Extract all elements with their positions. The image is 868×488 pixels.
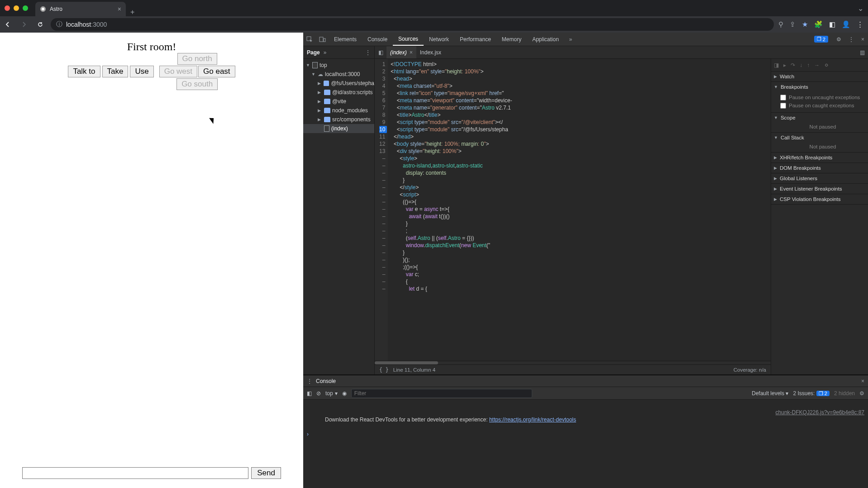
checkbox-uncaught-exceptions[interactable]: Pause on uncaught exceptions <box>780 93 865 101</box>
console-sidebar-icon[interactable]: ◧ <box>307 390 312 397</box>
context-selector[interactable]: top▾ <box>325 390 338 397</box>
pretty-print-button[interactable]: { } <box>379 367 389 373</box>
close-icon[interactable]: × <box>410 49 413 56</box>
section-watch[interactable]: ▶Watch <box>771 72 868 81</box>
tab-performance[interactable]: Performance <box>454 33 496 46</box>
section-csp[interactable]: ▶CSP Violation Breakpoints <box>771 194 868 204</box>
horizontal-scrollbar[interactable] <box>375 361 771 364</box>
bookmark-star-icon[interactable]: ★ <box>802 20 808 29</box>
navigator-page-tab[interactable]: Page <box>307 49 320 56</box>
step-into-icon[interactable]: ↓ <box>800 62 802 68</box>
console-settings-icon[interactable]: ⚙ <box>859 390 864 397</box>
react-devtools-link[interactable]: https://reactjs.org/link/react-devtools <box>489 416 576 423</box>
log-levels-selector[interactable]: Default levels ▾ <box>752 390 788 397</box>
live-expression-icon[interactable]: ◉ <box>342 390 347 397</box>
close-console-icon[interactable]: × <box>861 378 864 384</box>
inspect-element-icon[interactable] <box>303 36 316 43</box>
file-icon <box>324 125 329 132</box>
navigator-menu-icon[interactable]: ⋮ <box>365 49 371 56</box>
tree-folder-fs[interactable]: ▶@fs/Users/stepha <box>303 79 374 88</box>
open-file-icon[interactable]: ▥ <box>856 49 868 56</box>
profile-icon[interactable]: 👤 <box>842 20 850 29</box>
close-icon[interactable]: × <box>118 5 121 13</box>
section-dom[interactable]: ▶DOM Breakpoints <box>771 163 868 173</box>
chevron-down-icon[interactable]: ⌄ <box>858 4 863 13</box>
tab-elements[interactable]: Elements <box>329 33 362 46</box>
section-breakpoints[interactable]: ▼Breakpoints <box>771 82 868 92</box>
settings-gear-icon[interactable]: ⚙ <box>836 36 841 43</box>
step-over-icon[interactable]: ↷ <box>791 62 795 68</box>
site-info-icon[interactable]: ⓘ <box>56 20 62 29</box>
deactivate-breakpoints-icon[interactable]: ⭘ <box>824 62 830 68</box>
message-input[interactable] <box>22 467 248 479</box>
editor-tab-indexjsx[interactable]: Index.jsx <box>416 46 445 58</box>
back-button[interactable] <box>2 19 14 30</box>
send-button[interactable]: Send <box>251 467 281 479</box>
section-call-stack[interactable]: ▼Call Stack <box>771 133 868 143</box>
window-close-light[interactable] <box>5 5 10 11</box>
new-tab-button[interactable]: + <box>130 8 134 16</box>
overflow-menu-icon[interactable]: ⋮ <box>857 20 863 29</box>
section-event[interactable]: ▶Event Listener Breakpoints <box>771 184 868 194</box>
window-minimize-light[interactable] <box>14 5 19 11</box>
folder-icon <box>324 117 330 122</box>
url-host: localhost <box>66 21 91 28</box>
forward-button <box>18 19 30 30</box>
hidden-count: 2 hidden <box>834 390 855 397</box>
address-bar[interactable]: ⓘ localhost:3000 <box>51 18 774 31</box>
more-icon[interactable]: » <box>324 49 327 56</box>
talk-to-button[interactable]: Talk to <box>68 66 100 77</box>
cursor-position: Line 11, Column 4 <box>393 367 435 373</box>
coverage-status: Coverage: n/a <box>734 367 766 373</box>
tree-folder-node-modules[interactable]: ▶node_modules <box>303 106 374 115</box>
console-drawer-title: Console <box>316 378 336 384</box>
console-prompt-icon[interactable]: › <box>307 431 309 437</box>
tab-memory[interactable]: Memory <box>496 33 527 46</box>
tab-application[interactable]: Application <box>527 33 564 46</box>
device-toolbar-icon[interactable] <box>316 36 329 43</box>
checkbox-caught-exceptions[interactable]: Pause on caught exceptions <box>780 101 865 110</box>
section-xhr[interactable]: ▶XHR/fetch Breakpoints <box>771 153 868 163</box>
resume-icon[interactable]: ▸ <box>783 62 786 68</box>
console-drawer-menu-icon[interactable]: ⋮ <box>307 378 312 384</box>
toggle-navigator-icon[interactable]: ◧ <box>375 49 386 56</box>
tree-folder-vite[interactable]: ▶@vite <box>303 97 374 106</box>
tree-top[interactable]: ▼top <box>303 61 374 70</box>
take-button[interactable]: Take <box>102 66 129 77</box>
extensions-icon[interactable]: 🧩 <box>814 20 823 29</box>
section-global[interactable]: ▶Global Listeners <box>771 173 868 183</box>
console-filter-input[interactable] <box>351 389 532 398</box>
tree-folder-astro-scripts[interactable]: ▶@id/astro:scripts <box>303 88 374 97</box>
tree-file-index[interactable]: (index) <box>303 124 374 133</box>
go-east-button[interactable]: Go east <box>198 66 235 77</box>
tab-sources[interactable]: Sources <box>393 33 424 46</box>
issues-indicator[interactable]: ❐2 <box>814 36 828 43</box>
toggle-pane-icon[interactable]: ◨ <box>774 62 779 68</box>
editor-tab-index[interactable]: (index)× <box>386 46 416 58</box>
issues-summary[interactable]: 2 Issues: ❐ 2 <box>793 390 830 397</box>
reload-button[interactable] <box>34 19 46 30</box>
browser-tab[interactable]: Astro × <box>35 2 126 16</box>
sidepanel-icon[interactable]: ◧ <box>829 20 835 29</box>
more-tabs-icon[interactable]: » <box>564 36 577 43</box>
folder-icon <box>324 99 330 104</box>
step-icon[interactable]: → <box>814 62 820 68</box>
close-devtools-icon[interactable]: × <box>861 36 864 43</box>
tab-console[interactable]: Console <box>362 33 393 46</box>
console-source-link[interactable]: chunk-DFKQJ226.js?v=9e6b4e8c:87 <box>776 409 864 416</box>
share-icon[interactable]: ⇪ <box>790 20 796 29</box>
tree-folder-src-components[interactable]: ▶src/components <box>303 115 374 124</box>
tree-host[interactable]: ▼☁localhost:3000 <box>303 70 374 79</box>
clear-console-icon[interactable]: ⊘ <box>316 390 321 397</box>
section-scope[interactable]: ▼Scope <box>771 113 868 123</box>
folder-icon <box>324 90 330 95</box>
go-north-button: Go north <box>177 53 217 65</box>
zoom-icon[interactable]: ⚲ <box>778 20 783 29</box>
tab-network[interactable]: Network <box>424 33 454 46</box>
overflow-menu-icon[interactable]: ⋮ <box>849 36 854 43</box>
step-out-icon[interactable]: ↑ <box>807 62 810 68</box>
window-zoom-light[interactable] <box>23 5 28 11</box>
go-south-button: Go south <box>176 78 218 90</box>
use-button[interactable]: Use <box>130 66 153 77</box>
folder-icon <box>324 108 330 113</box>
